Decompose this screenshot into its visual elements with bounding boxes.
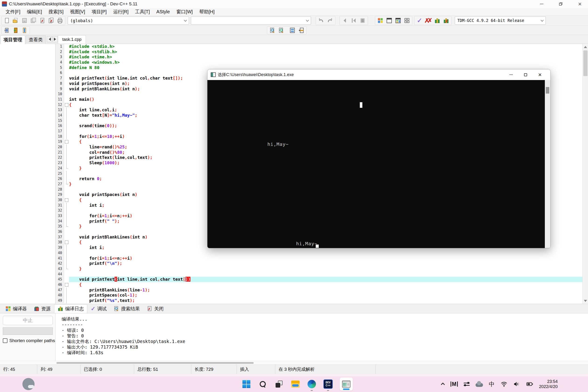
ime-language-indicator[interactable]: 中: [489, 380, 495, 388]
sidebar-tab-next-button[interactable]: [52, 36, 58, 42]
close-all-button[interactable]: ✗: [47, 16, 56, 24]
close-button[interactable]: ×: [576, 0, 583, 8]
line-number[interactable]: 36: [56, 229, 64, 234]
find-in-file-button[interactable]: [268, 27, 277, 34]
toggle-bookmark-button[interactable]: [20, 27, 29, 34]
code-line[interactable]: 41 for(i=1;i<=n;++i): [56, 256, 582, 261]
line-number[interactable]: 21: [56, 150, 64, 155]
line-number[interactable]: 42: [56, 261, 64, 266]
bottom-tab[interactable]: 搜索结果: [110, 304, 143, 313]
bottom-tab[interactable]: 编译日志: [54, 304, 87, 313]
line-number[interactable]: 31: [56, 203, 64, 208]
menu-item[interactable]: 工具[T]: [132, 8, 153, 16]
minimize-button[interactable]: [538, 0, 545, 8]
members-combobox[interactable]: [191, 16, 311, 24]
code-line[interactable]: 40: [56, 250, 582, 256]
new-project-button[interactable]: [376, 16, 385, 24]
restore-button[interactable]: [557, 0, 564, 8]
menu-item[interactable]: 编辑[E]: [24, 8, 45, 16]
code-line[interactable]: 1#include <stdio.h>: [56, 44, 582, 49]
rebuild-button[interactable]: ✗✗: [424, 16, 433, 24]
line-number[interactable]: 1: [56, 44, 64, 49]
line-number[interactable]: 6: [56, 70, 64, 76]
shorten-paths-row[interactable]: Shorten compiler paths: [3, 338, 52, 343]
line-number[interactable]: 13: [56, 107, 64, 113]
globals-combobox[interactable]: (globals): [68, 16, 189, 24]
bottom-tab[interactable]: 资源: [30, 304, 54, 313]
fold-marker[interactable]: −: [64, 240, 69, 245]
bottom-tab[interactable]: 编译器: [2, 304, 30, 313]
log-horizontal-scrollbar[interactable]: [0, 361, 588, 364]
taskbar-clock[interactable]: 23:54 2022/4/20: [539, 379, 558, 389]
console-maximize-button[interactable]: [518, 69, 533, 80]
line-number[interactable]: 12: [56, 102, 64, 108]
line-number[interactable]: 5: [56, 65, 64, 70]
shorten-paths-checkbox[interactable]: [3, 338, 8, 343]
line-number[interactable]: 9: [56, 86, 64, 92]
line-number[interactable]: 27: [56, 182, 64, 187]
hardware-sliders-icon[interactable]: [464, 383, 470, 386]
back-to-decl-button[interactable]: [349, 16, 358, 24]
line-number[interactable]: 16: [56, 123, 64, 128]
line-number[interactable]: 22: [56, 155, 64, 160]
line-number[interactable]: 28: [56, 187, 64, 192]
sidebar-tab[interactable]: 查看类: [26, 36, 46, 44]
save-button[interactable]: [20, 16, 29, 24]
line-number[interactable]: 44: [56, 272, 64, 277]
line-number[interactable]: 45: [56, 277, 64, 282]
wifi-icon[interactable]: [500, 380, 508, 388]
bottom-tab[interactable]: ✓调试: [87, 304, 110, 313]
menu-item[interactable]: 运行[R]: [110, 8, 132, 16]
stop-execution-button[interactable]: ✗: [442, 16, 450, 24]
line-number[interactable]: 8: [56, 81, 64, 86]
code-line[interactable]: 2#include <stdlib.h>: [56, 49, 582, 54]
line-number[interactable]: 26: [56, 176, 64, 182]
line-number[interactable]: 43: [56, 266, 64, 272]
scroll-down-button[interactable]: [583, 298, 588, 304]
file-explorer-button[interactable]: [291, 380, 300, 389]
window-layout-button[interactable]: [402, 16, 411, 24]
fold-marker[interactable]: −: [64, 282, 69, 288]
bottom-tab[interactable]: ✗关闭: [143, 304, 167, 313]
editor-vertical-scrollbar[interactable]: [582, 44, 588, 304]
fold-marker[interactable]: −: [64, 198, 69, 203]
menu-item[interactable]: 窗口[W]: [173, 8, 196, 16]
code-line[interactable]: 47 printBlankLines(line-1);: [56, 288, 582, 293]
line-number[interactable]: 3: [56, 54, 64, 60]
console-window[interactable]: 选择C:\Users\huawei\Desktop\task.1.exe × h…: [207, 69, 551, 248]
sidebar-tab[interactable]: 项目管理: [0, 36, 25, 44]
tray-overflow-chevron-icon[interactable]: [441, 383, 445, 387]
search-button[interactable]: [258, 380, 268, 389]
add-bookmark-button[interactable]: [11, 27, 20, 34]
scrollbar-thumb[interactable]: [583, 50, 588, 76]
code-line[interactable]: 49 printf("%s",text);: [56, 298, 582, 303]
open-file-button[interactable]: [11, 16, 20, 24]
compile-button[interactable]: ✓: [415, 16, 424, 24]
compiler-combobox[interactable]: TDM-GCC 4.9.2 64-bit Release: [455, 16, 546, 24]
console-titlebar[interactable]: 选择C:\Users\huawei\Desktop\task.1.exe ×: [208, 69, 550, 80]
line-number[interactable]: 17: [56, 128, 64, 134]
start-button[interactable]: [242, 380, 251, 389]
console-output-area[interactable]: hi,May~hi,May~: [208, 80, 545, 248]
line-number[interactable]: 24: [56, 166, 64, 171]
line-number[interactable]: 41: [56, 256, 64, 261]
code-line[interactable]: 4#include <windows.h>: [56, 60, 582, 65]
code-line[interactable]: 45 void printText(int line,int col,char …: [56, 277, 582, 282]
line-number[interactable]: 32: [56, 208, 64, 213]
console-scrollbar[interactable]: [545, 80, 550, 248]
project-options-button[interactable]: [394, 16, 402, 24]
redo-button[interactable]: [326, 16, 334, 24]
goto-line-button[interactable]: [358, 16, 367, 24]
abort-button[interactable]: 中止: [3, 316, 53, 325]
line-number[interactable]: 7: [56, 76, 64, 81]
line-number[interactable]: 10: [56, 92, 64, 97]
goto-function-button[interactable]: [288, 27, 297, 34]
run-button[interactable]: [433, 16, 442, 24]
code-line[interactable]: 3#include <time.h>: [56, 54, 582, 60]
onedrive-cloud-icon[interactable]: [476, 383, 483, 387]
line-number[interactable]: 2: [56, 49, 64, 54]
line-number[interactable]: 40: [56, 250, 64, 256]
line-number[interactable]: 25: [56, 171, 64, 176]
line-number[interactable]: 11: [56, 97, 64, 102]
console-close-button[interactable]: ×: [533, 69, 547, 80]
